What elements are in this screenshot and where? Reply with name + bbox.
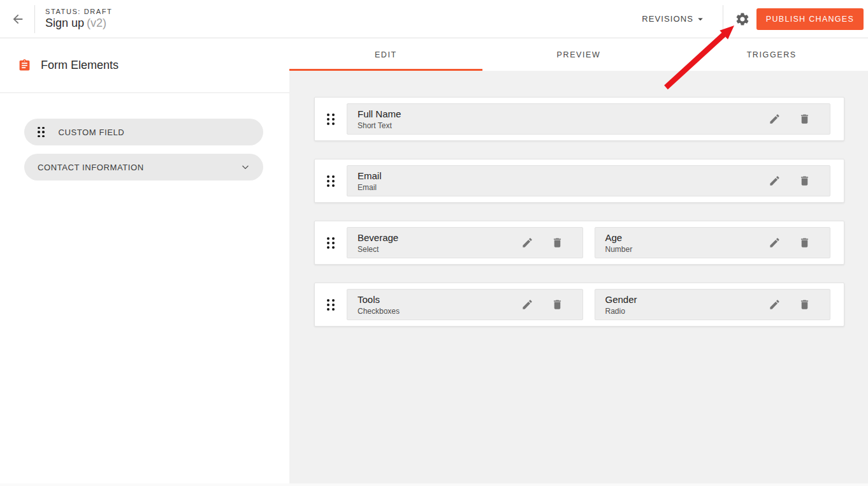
settings-gear-icon: [735, 11, 750, 27]
header-divider: [723, 5, 723, 33]
field-panel-tools: Tools Checkboxes: [347, 289, 583, 320]
settings-button[interactable]: [731, 6, 754, 32]
form-row-card: Full Name Short Text: [314, 97, 844, 141]
caret-down-icon: [695, 13, 706, 25]
sidebar-title: Form Elements: [41, 59, 119, 72]
delete-field-button[interactable]: [799, 237, 811, 249]
field-type: Select: [358, 245, 398, 254]
form-canvas: Full Name Short Text: [289, 71, 868, 483]
trash-icon: [551, 298, 563, 311]
field-panel-beverage: Beverage Select: [347, 227, 583, 258]
sidebar-item-label: CONTACT INFORMATION: [38, 163, 144, 172]
chevron-down-icon: [241, 163, 250, 172]
field-title: Full Name: [358, 108, 401, 119]
publish-changes-button[interactable]: PUBLISH CHANGES: [756, 8, 864, 30]
delete-field-button[interactable]: [551, 237, 563, 249]
pencil-icon: [769, 175, 781, 187]
status-badge: STATUS: DRAFT: [45, 8, 112, 15]
drag-handle-icon[interactable]: [327, 114, 335, 125]
sidebar-header: Form Elements: [0, 38, 289, 93]
trash-icon: [799, 298, 811, 311]
drag-handle-icon[interactable]: [38, 127, 45, 138]
pencil-icon: [769, 113, 781, 125]
delete-field-button[interactable]: [799, 298, 811, 311]
form-row-card: Tools Checkboxes Gender Radio: [314, 283, 844, 327]
sidebar-item-label: CUSTOM FIELD: [59, 128, 125, 137]
trash-icon: [551, 237, 563, 249]
pencil-icon: [521, 237, 533, 249]
top-bar: STATUS: DRAFT Sign up(v2) REVISIONS PUBL…: [0, 0, 868, 38]
main-panel: EDIT PREVIEW TRIGGERS Full Name Short Te…: [289, 38, 868, 483]
form-elements-sidebar: Form Elements CUSTOM FIELD CONTACT INFOR…: [0, 38, 289, 483]
pencil-icon: [521, 298, 533, 311]
field-panel-email: Email Email: [347, 165, 830, 196]
edit-field-button[interactable]: [521, 237, 533, 249]
tab-edit[interactable]: EDIT: [289, 38, 482, 71]
field-type: Radio: [605, 307, 637, 316]
field-panel-age: Age Number: [595, 227, 831, 258]
field-title: Tools: [358, 294, 400, 305]
trash-icon: [799, 113, 811, 125]
form-row-card: Email Email: [314, 159, 844, 203]
form-builder-app: STATUS: DRAFT Sign up(v2) REVISIONS PUBL…: [0, 0, 868, 486]
field-type: Short Text: [358, 121, 401, 130]
delete-field-button[interactable]: [551, 298, 563, 311]
sidebar-item-contact-information[interactable]: CONTACT INFORMATION: [24, 154, 263, 180]
field-title: Beverage: [358, 232, 398, 243]
field-panel-gender: Gender Radio: [595, 289, 831, 320]
field-title: Gender: [605, 294, 637, 305]
tab-bar: EDIT PREVIEW TRIGGERS: [289, 38, 868, 71]
header-divider: [34, 5, 35, 33]
drag-handle-icon[interactable]: [327, 237, 335, 249]
clipboard-icon: [18, 59, 31, 72]
form-row-card: Beverage Select Age Number: [314, 221, 844, 265]
form-title-block: STATUS: DRAFT Sign up(v2): [45, 8, 112, 30]
field-panel-full-name: Full Name Short Text: [347, 103, 830, 135]
edit-field-button[interactable]: [769, 298, 781, 311]
delete-field-button[interactable]: [799, 113, 811, 125]
field-type: Email: [358, 183, 382, 192]
trash-icon: [799, 175, 811, 187]
sidebar-items: CUSTOM FIELD CONTACT INFORMATION: [0, 93, 289, 189]
tab-preview[interactable]: PREVIEW: [482, 38, 676, 71]
drag-handle-icon[interactable]: [327, 175, 335, 187]
revisions-dropdown-button[interactable]: REVISIONS: [642, 13, 706, 25]
delete-field-button[interactable]: [799, 175, 811, 187]
pencil-icon: [769, 298, 781, 311]
drag-handle-icon[interactable]: [327, 299, 335, 311]
field-title: Age: [605, 232, 633, 243]
edit-field-button[interactable]: [521, 298, 533, 311]
pencil-icon: [769, 237, 781, 249]
edit-field-button[interactable]: [769, 113, 781, 125]
back-arrow-icon: [11, 12, 25, 26]
revisions-label: REVISIONS: [642, 14, 693, 24]
edit-field-button[interactable]: [769, 237, 781, 249]
tab-triggers[interactable]: TRIGGERS: [675, 38, 868, 71]
sidebar-item-custom-field[interactable]: CUSTOM FIELD: [24, 119, 263, 145]
edit-field-button[interactable]: [769, 175, 781, 187]
field-title: Email: [358, 170, 382, 181]
trash-icon: [799, 237, 811, 249]
field-type: Checkboxes: [358, 307, 400, 316]
page-title: Sign up(v2): [45, 17, 112, 30]
form-version: (v2): [87, 17, 106, 29]
back-button[interactable]: [5, 6, 31, 32]
field-type: Number: [605, 245, 633, 254]
